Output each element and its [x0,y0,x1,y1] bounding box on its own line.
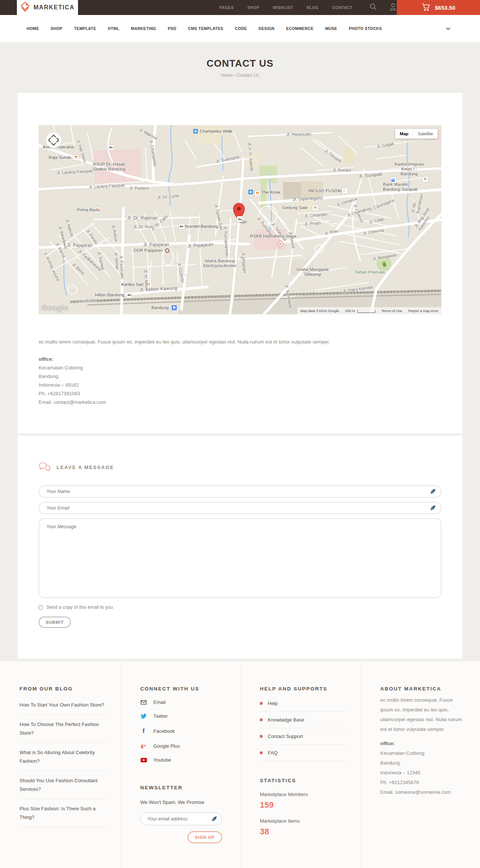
about-office-block: office: Kecamatan CoblongBandung.Indones… [380,739,469,797]
social-link-facebook[interactable]: fFacebook [140,723,229,739]
bed-map-icon [179,224,184,229]
bed-map-icon [237,216,243,222]
map-label: RSKB Halmahera Siaga [250,234,296,239]
about-text: ec mollis lorem consequat. Fusce ipsum e… [380,695,465,734]
topbar-link-pages[interactable]: PAGES [219,5,234,10]
category-nav-list: HOMESHOPTEMPLATEHTMLMARKETINGPSDCMS TEMP… [27,26,382,31]
arrow-right-map-icon: → [173,243,178,249]
newsletter-tagline: We Won't Spam, We Promise [140,799,229,805]
google-logo[interactable]: Google [42,304,68,312]
office-line: Bandung. [39,372,441,381]
topbar-link-blog[interactable]: BLOG [306,5,318,10]
user-icon[interactable] [389,3,397,12]
stat-value: 38 [260,827,349,837]
form-heading-label: LEAVE A MESSAGE [57,465,114,470]
social-label: Email [153,699,166,705]
social-link-google-plus[interactable]: g+Google Plus [140,739,229,753]
nav-item-psd[interactable]: PSD [168,26,176,31]
newsletter-title: NEWSLETTER [140,785,229,790]
map-type-satellite-button[interactable]: Satellite [413,129,438,139]
submit-button[interactable]: SUBMIT [39,617,71,628]
nav-item-home[interactable]: HOME [27,26,39,31]
breadcrumb-home-link[interactable]: Home [221,73,233,78]
help-link-contact-support[interactable]: Contact Support [260,728,348,745]
pen-icon [430,489,436,496]
send-copy-checkbox[interactable] [39,605,43,610]
terms-of-use-link[interactable]: Terms of Use [381,309,402,313]
footer-blog-post-link[interactable]: Plus Size Fashion: Is There Such a Thing… [20,799,108,827]
about-office-label: office: [380,739,469,748]
google-plus-icon: g+ [140,743,147,749]
nav-item-code[interactable]: CODE [235,26,247,31]
nav-item-cms-templates[interactable]: CMS TEMPLATES [188,26,223,31]
pen-icon [212,816,217,823]
nav-item-html[interactable]: HTML [108,26,119,31]
name-input[interactable] [39,486,441,497]
about-office-line: Kecamatan Coblong [380,748,469,758]
page: MARKETICA PAGESSHOPWISHLISTBLOGCONTACT [0,0,480,868]
help-link-help[interactable]: Help [260,695,348,712]
topbar-link-contact[interactable]: CONTACT [332,5,352,10]
social-link-twitter[interactable]: Twitter [140,709,229,723]
email-input[interactable] [39,502,441,514]
footer-blog-post-link[interactable]: Should You Use Fashion Consultant Servic… [20,771,108,799]
footer-help-title: HELP AND SUPPORTS [260,686,349,692]
social-link-youtube[interactable]: Youtube [140,753,229,767]
chevron-down-icon[interactable] [446,25,451,32]
footer-blog-post-link[interactable]: How To Start Your Own Fashion Store? [20,695,108,715]
footer-about-column: ABOUT MARKETICA ec mollis lorem consequa… [360,661,480,868]
map-pan-control[interactable] [45,132,62,150]
brand-name: MARKETICA [33,4,75,11]
hospital-map-icon: H [278,241,283,247]
map-type-map-button[interactable]: Map [395,129,413,139]
cart-icon [422,3,430,12]
nav-item-ecommerce[interactable]: ECOMMERCE [286,26,314,31]
map-type-control: Map Satellite [395,129,438,139]
nav-item-template[interactable]: TEMPLATE [74,26,96,31]
footer-blog-post-link[interactable]: What is So Alluring About Celebrity Fash… [20,743,108,771]
nav-item-design[interactable]: DESIGN [258,26,274,31]
google-map[interactable]: Champelas WalkJl. HasanudinJl. Cihampela… [39,125,441,314]
map-label: Jl. Dr. Rajiman [127,216,158,221]
page-title: CONTACT US [0,58,480,69]
map-label: Raja Sunda [49,155,71,160]
help-link-faq[interactable]: FAQ [260,745,348,761]
social-link-email[interactable]: Email [140,695,229,709]
topbar-link-shop[interactable]: SHOP [247,5,259,10]
cart-button[interactable]: $653.50 [397,0,480,15]
newsletter-email-input[interactable] [140,813,222,825]
nav-item-shop[interactable]: SHOP [51,26,62,31]
map-label: The Kiosk [261,190,280,195]
footer-about-title: ABOUT MARKETICA [380,686,469,692]
footer-help-column: HELP AND SUPPORTS HelpKnowladge BaseCont… [240,661,360,868]
office-label: office: [39,355,441,363]
map-label: RSUP Dr. Hasan Sadikin Bandung [93,162,125,172]
email-field-wrap [39,502,441,514]
topbar-link-wishlist[interactable]: WISHLIST [273,5,293,10]
search-icon[interactable] [369,3,377,12]
nav-item-photo-stocks[interactable]: PHOTO STOCKS [349,26,382,31]
signup-button[interactable]: SIGN UP [188,831,222,843]
twitter-icon [140,714,147,719]
bed-map-icon [126,292,132,298]
footer: FROM OUR BLOG How To Start Your Own Fash… [0,661,480,868]
museum-map-icon: Π [423,176,428,182]
nav-item-marketing[interactable]: MARKETING [131,26,156,31]
nav-item-muse[interactable]: MUSE [325,26,337,31]
footer-blog-post-link[interactable]: How To Choose The Perfect Fashion Store? [20,715,108,743]
send-copy-row: Send a copy of this email to you [39,605,441,610]
about-office-line: Ph. +6212345678 [380,778,469,787]
office-line: Ph. +62817391083 [39,389,441,398]
brand-logo[interactable]: MARKETICA [17,0,78,15]
stat-value: 159 [260,800,349,810]
map-label: Hilton Bandung [95,293,124,297]
report-map-error-link[interactable]: Report a map error [408,309,438,313]
facebook-icon: f [140,727,147,735]
fork-map-icon [255,191,261,196]
statistics-block: STATISTICS Marketplace Members159Marketp… [260,778,349,837]
office-address-block: office: Kecamatan CoblongBandung.Indones… [39,355,441,406]
help-link-knowladge-base[interactable]: Knowladge Base [260,712,348,728]
map-label: Champelas Walk [200,129,232,134]
message-input[interactable] [39,518,441,598]
help-label: Help [268,701,278,706]
